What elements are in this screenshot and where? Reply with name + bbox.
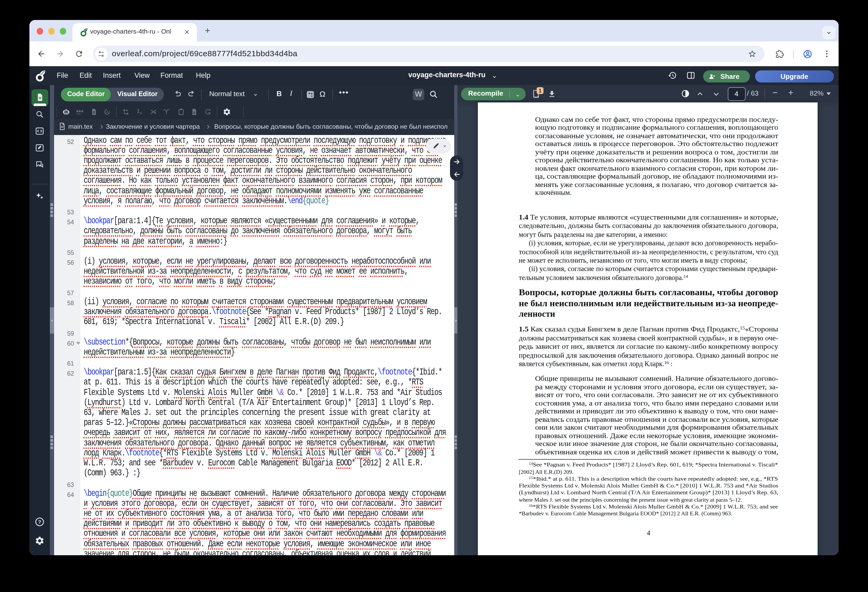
svg-text:A: A	[140, 111, 142, 115]
svg-text:?: ?	[38, 519, 41, 524]
svg-text:A: A	[106, 110, 108, 114]
